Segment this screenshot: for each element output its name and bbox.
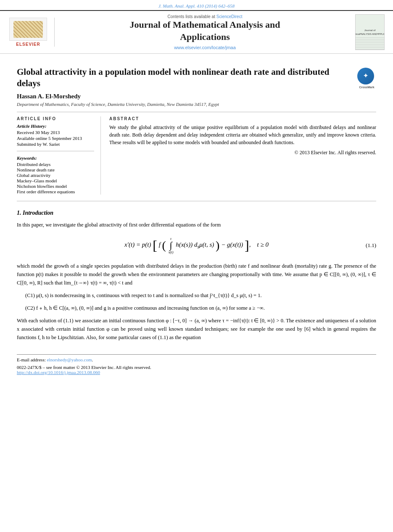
condition-c1: (C1) μ(t, s) is nondecreasing in s, cont… (25, 291, 376, 300)
equation-1-1: x′(t) = p(t) [ f ( t ∫ τ(t) h(x(s)) dsμ(… (124, 237, 269, 254)
journal-url[interactable]: www.elsevier.com/locate/jmaa (59, 45, 351, 50)
divider-2 (17, 201, 376, 201)
journal-title-block: Contents lists available at ScienceDirec… (59, 14, 351, 50)
keywords-title: Keywords: (17, 155, 94, 161)
email-link[interactable]: elnorshedy@yahoo.com (47, 357, 92, 362)
email-footnote: E-mail address: elnorshedy@yahoo.com. (17, 357, 376, 362)
divider-keywords (17, 151, 94, 151)
journal-ref-text: J. Math. Anal. Appl. 410 (2014) 642–658 (158, 3, 235, 8)
paper-title-block: Global attractivity in a population mode… (17, 66, 376, 90)
article-history-title: Article History: (17, 124, 94, 129)
abstract-text: We study the global attractivity of the … (109, 124, 376, 146)
info-abstract-columns: Article Info Article History: Received 3… (17, 116, 376, 195)
divider-1 (17, 112, 376, 112)
equation-1-1-block: x′(t) = p(t) [ f ( t ∫ τ(t) h(x(s)) dsμ(… (17, 237, 376, 254)
article-info-heading: Article Info (17, 116, 94, 121)
elsevier-brand-text: ELSEVIER (16, 42, 40, 47)
bracket-right: ] (245, 238, 249, 253)
keyword-3: Global attractivity (17, 173, 94, 178)
issn-text: 0022-247X/$ – see front matter © 2013 El… (17, 365, 376, 370)
author-name: Hassan A. El-Morshedy (17, 93, 376, 100)
footnote-section: E-mail address: elnorshedy@yahoo.com. 00… (17, 354, 376, 375)
keyword-1: Distributed delays (17, 162, 94, 167)
keyword-6: First order difference equations (17, 189, 94, 194)
crossmark-badge[interactable]: ✦ CrossMark (357, 68, 376, 87)
main-content: Global attractivity in a population mode… (0, 54, 393, 383)
section-heading-1: 1. Introduction (17, 210, 376, 216)
elsevier-logo-block: ELSEVIER (8, 18, 55, 47)
affiliation: Department of Mathematics, Faculty of Sc… (17, 102, 376, 107)
keyword-5: Nicholson blowflies model (17, 184, 94, 189)
journal-title-main: Journal of Mathematical Analysis and App… (59, 19, 351, 43)
keyword-2: Nonlinear death rate (17, 167, 94, 172)
journal-reference: J. Math. Anal. Appl. 410 (2014) 642–658 (0, 0, 393, 10)
abstract-column: ABSTRACT We study the global attractivit… (109, 116, 376, 195)
abstract-copyright: © 2013 Elsevier Inc. All rights reserved… (109, 150, 376, 156)
submitted-by: Submitted by W. Sariet (17, 142, 94, 147)
contents-availability-line: Contents lists available at ScienceDirec… (59, 14, 351, 19)
bracket-left: [ (153, 238, 157, 253)
available-date: Available online 5 September 2013 (17, 136, 94, 141)
intro-para-2: which model the growth of a single speci… (17, 262, 376, 287)
intro-para-3: With each solution of (1.1) we associate… (17, 316, 376, 342)
crossmark-icon: ✦ (357, 68, 374, 84)
introduction-section: 1. Introduction In this paper, we invest… (17, 210, 376, 342)
abstract-heading: ABSTRACT (109, 116, 376, 121)
received-date: Received 30 May 2013 (17, 130, 94, 135)
journal-header: ELSEVIER Contents lists available at Sci… (0, 10, 393, 54)
article-info-column: Article Info Article History: Received 3… (17, 116, 101, 195)
condition-c2: (C2) f ∘ h, h ∈ C[(a, ∞), (0, ∞)] and g … (25, 304, 376, 312)
conditions-block: (C1) μ(t, s) is nondecreasing in s, cont… (25, 291, 376, 312)
paper-title-text: Global attractivity in a population mode… (17, 66, 353, 90)
keyword-4: Mackey–Glass model (17, 178, 94, 183)
journal-cover-image (355, 14, 385, 50)
intro-para-1: In this paper, we investigate the global… (17, 221, 376, 229)
doi-link[interactable]: http://dx.doi.org/10.1016/j.jmaa.2013.08… (17, 370, 376, 375)
crossmark-label: CrossMark (357, 85, 376, 89)
email-label: E-mail address: (17, 357, 46, 362)
elsevier-tree-logo (9, 18, 47, 41)
equation-1-1-number: (1.1) (366, 242, 376, 249)
sciencedirect-link[interactable]: ScienceDirect (216, 14, 243, 19)
